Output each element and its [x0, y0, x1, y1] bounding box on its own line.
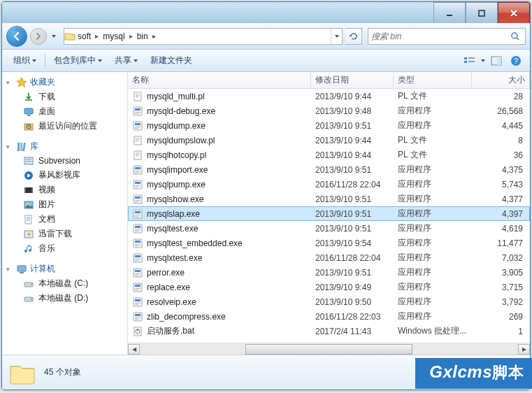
sidebar-item[interactable]: 下载 — [2, 90, 127, 104]
file-size: 7,032 — [472, 253, 530, 263]
file-row[interactable]: mysqltest.exe2013/9/10 9:51应用程序4,619 — [128, 221, 530, 236]
file-type: 应用程序 — [394, 237, 472, 249]
back-button[interactable] — [6, 26, 27, 47]
scroll-thumb[interactable] — [245, 344, 412, 355]
forward-button[interactable] — [30, 28, 47, 45]
refresh-button[interactable] — [345, 28, 362, 45]
chevron-down-icon — [32, 59, 36, 62]
svg-rect-80 — [135, 303, 141, 303]
sidebar-item[interactable]: 迅雷下载 — [2, 227, 127, 241]
breadcrumb-item[interactable]: mysql — [101, 31, 127, 41]
file-row[interactable]: 启动服务.bat2017/2/4 11:43Windows 批处理...1 — [128, 324, 530, 338]
sidebar-item[interactable]: 桌面 — [2, 104, 127, 119]
computer-items: 本地磁盘 (C:)本地磁盘 (D:) — [2, 276, 127, 306]
share-button[interactable]: 共享 — [109, 52, 143, 69]
chevron-down-icon — [134, 59, 138, 62]
svg-rect-36 — [134, 122, 142, 130]
close-button[interactable] — [498, 2, 530, 23]
col-size[interactable]: 大小 — [472, 72, 530, 88]
scroll-left-button[interactable]: ◀ — [128, 344, 140, 355]
file-name: replace.exe — [147, 283, 190, 292]
svg-rect-57 — [135, 216, 138, 217]
minimize-button[interactable] — [433, 2, 466, 23]
file-row[interactable]: perror.exe2013/9/10 9:51应用程序3,905 — [128, 265, 530, 280]
svg-rect-33 — [135, 108, 141, 110]
svg-rect-3 — [464, 57, 467, 59]
file-type: PL 文件 — [394, 90, 472, 102]
address-bar[interactable]: soft▸mysql▸bin▸ — [64, 28, 343, 45]
nav-history-dropdown[interactable] — [50, 28, 58, 45]
file-name: mysqlpump.exe — [147, 180, 206, 190]
file-date: 2013/9/10 9:51 — [311, 209, 394, 219]
file-row[interactable]: mysqlpump.exe2016/11/28 22:04应用程序5,743 — [128, 177, 530, 192]
sidebar-item[interactable]: 图片 — [2, 197, 127, 212]
horizontal-scrollbar[interactable]: ◀ ▶ — [128, 343, 530, 355]
sidebar-item[interactable]: 暴风影视库 — [2, 168, 127, 183]
sidebar-item-label: 视频 — [38, 184, 55, 196]
nav-pane: ▾ 收藏夹 下载桌面最近访问的位置 ▾ 库 Subversion暴风影视库视频图… — [2, 72, 128, 355]
col-date[interactable]: 修改日期 — [311, 72, 394, 88]
svg-rect-82 — [134, 313, 142, 321]
col-name[interactable]: 名称 — [128, 72, 311, 88]
file-date: 2013/9/10 9:51 — [311, 268, 394, 278]
breadcrumb-item[interactable]: bin — [135, 31, 150, 41]
include-in-library-button[interactable]: 包含到库中 — [48, 52, 108, 69]
file-row[interactable]: mysqld-debug.exe2013/9/10 9:48应用程序26,568 — [128, 103, 530, 118]
scroll-right-button[interactable]: ▶ — [518, 344, 530, 355]
maximize-button[interactable] — [466, 2, 498, 23]
sidebar-item[interactable]: 本地磁盘 (D:) — [2, 291, 127, 306]
sidebar-item[interactable]: 最近访问的位置 — [2, 119, 127, 134]
file-size: 1 — [472, 327, 530, 336]
file-row[interactable]: mysqlimport.exe2013/9/10 9:51应用程序4,375 — [128, 162, 530, 177]
file-name: resolveip.exe — [147, 297, 196, 307]
file-row[interactable]: zlib_decompress.exe2016/11/28 22:03应用程序2… — [128, 309, 530, 324]
breadcrumb-arrow-icon[interactable]: ▸ — [127, 32, 135, 40]
favorites-header[interactable]: ▾ 收藏夹 — [2, 75, 127, 90]
preview-pane-button[interactable] — [488, 53, 505, 69]
help-button[interactable]: ? — [508, 53, 524, 69]
sidebar-item[interactable]: Subversion — [2, 154, 127, 168]
col-type[interactable]: 类型 — [394, 72, 472, 88]
file-list-view: 名称 修改日期 类型 大小 mysqld_multi.pl2013/9/10 9… — [128, 72, 530, 355]
libraries-header[interactable]: ▾ 库 — [2, 139, 127, 154]
file-size: 4,397 — [472, 209, 530, 219]
svg-rect-31 — [134, 92, 141, 101]
search-button[interactable] — [508, 31, 522, 41]
search-input[interactable] — [371, 31, 508, 41]
file-row[interactable]: mysqld_multi.pl2013/9/10 9:44PL 文件28 — [128, 89, 530, 103]
sidebar-item[interactable]: 视频 — [2, 183, 127, 197]
file-row[interactable]: mysqlslap.exe2013/9/10 9:51应用程序4,397 — [128, 206, 530, 221]
file-row[interactable]: mysqldumpslow.pl2013/9/10 9:44PL 文件8 — [128, 133, 530, 148]
file-row[interactable]: resolveip.exe2013/9/10 9:50应用程序3,792 — [128, 294, 530, 309]
new-folder-button[interactable]: 新建文件夹 — [145, 52, 198, 69]
svg-rect-83 — [135, 314, 141, 316]
view-options-button[interactable] — [461, 53, 478, 69]
sidebar-item[interactable]: 音乐 — [2, 241, 127, 256]
file-date: 2013/9/10 9:50 — [311, 297, 394, 307]
file-row[interactable]: mysqlhotcopy.pl2013/9/10 9:44PL 文件36 — [128, 148, 530, 162]
breadcrumb-item[interactable]: soft — [76, 31, 93, 41]
file-row[interactable]: replace.exe2013/9/10 9:49应用程序3,715 — [128, 280, 530, 294]
search-box[interactable] — [368, 28, 526, 45]
sidebar-item[interactable]: 文档 — [2, 212, 127, 227]
scroll-track[interactable] — [140, 344, 518, 355]
breadcrumb-arrow-icon[interactable]: ▸ — [93, 32, 101, 40]
file-size: 269 — [472, 312, 530, 322]
file-date: 2013/9/10 9:51 — [311, 224, 394, 234]
svg-rect-64 — [135, 244, 141, 245]
file-row[interactable]: mysqlshow.exe2013/9/10 9:51应用程序4,377 — [128, 192, 530, 206]
breadcrumb-arrow-icon[interactable]: ▸ — [150, 32, 158, 40]
file-date: 2013/9/10 9:48 — [311, 106, 394, 116]
file-row[interactable]: mysqldump.exe2013/9/10 9:51应用程序4,445 — [128, 118, 530, 133]
file-row[interactable]: mysqlxtest.exe2016/11/28 22:04应用程序7,032 — [128, 250, 530, 265]
minimize-icon — [446, 10, 453, 17]
address-dropdown[interactable] — [331, 29, 342, 44]
svg-rect-74 — [134, 283, 142, 292]
file-date: 2013/9/10 9:44 — [311, 136, 394, 145]
computer-header[interactable]: ▾ 计算机 — [2, 262, 127, 276]
file-row[interactable]: mysqltest_embedded.exe2013/9/10 9:54应用程序… — [128, 236, 530, 250]
svg-rect-44 — [135, 171, 141, 171]
svg-rect-60 — [135, 229, 141, 230]
organize-button[interactable]: 组织 — [8, 52, 42, 69]
sidebar-item[interactable]: 本地磁盘 (C:) — [2, 276, 127, 291]
